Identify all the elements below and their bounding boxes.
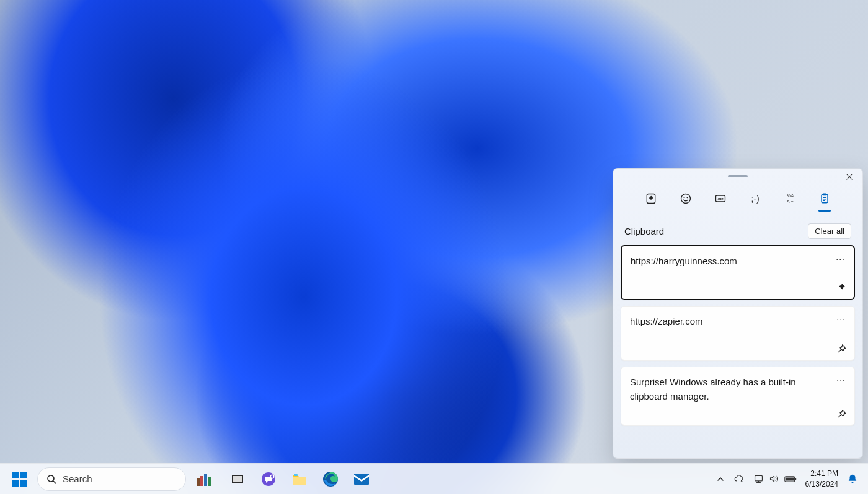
tab-recent[interactable] — [642, 190, 660, 207]
svg-rect-20 — [208, 477, 211, 486]
svg-point-2 — [684, 197, 685, 198]
svg-rect-10 — [822, 194, 828, 202]
taskbar: Search 2:4 — [0, 463, 868, 494]
pin-icon[interactable] — [836, 408, 848, 420]
widgets-button[interactable] — [191, 467, 219, 491]
svg-rect-17 — [197, 478, 200, 486]
clear-all-button[interactable]: Clear all — [808, 223, 851, 239]
svg-text:&: & — [791, 194, 794, 198]
search-box[interactable]: Search — [37, 467, 186, 491]
taskbar-app-mail[interactable] — [348, 466, 374, 492]
svg-line-16 — [53, 481, 56, 483]
more-icon[interactable]: ··· — [833, 251, 848, 267]
search-icon — [46, 474, 56, 484]
onedrive-icon[interactable] — [731, 467, 747, 491]
time-label: 2:41 PM — [810, 469, 838, 478]
task-view-button[interactable] — [224, 466, 250, 492]
pin-icon[interactable] — [836, 343, 848, 355]
more-icon[interactable]: ··· — [834, 312, 848, 328]
system-tray[interactable] — [750, 467, 800, 491]
taskbar-app-edge[interactable] — [317, 466, 343, 492]
drag-handle[interactable] — [728, 175, 748, 177]
pin-icon[interactable] — [835, 281, 848, 294]
emoji-clipboard-panel: GIF ;-) %&A+ Clipboard Clear all https:/… — [613, 168, 863, 459]
tab-emoji[interactable] — [677, 190, 694, 207]
taskbar-left: Search — [6, 466, 374, 492]
close-button[interactable] — [840, 170, 859, 184]
clipboard-item-text: https://zapier.com — [630, 316, 703, 326]
clipboard-item[interactable]: https://harryguinness.com ··· — [621, 245, 855, 300]
svg-point-1 — [681, 194, 691, 204]
taskbar-app-chat[interactable] — [255, 466, 281, 492]
taskbar-app-explorer[interactable] — [286, 466, 312, 492]
taskbar-right: 2:41 PM 6/13/2024 — [712, 467, 862, 491]
svg-rect-18 — [200, 476, 203, 486]
section-header: Clipboard Clear all — [613, 215, 862, 245]
svg-rect-34 — [795, 478, 796, 480]
svg-text:A: A — [787, 199, 790, 204]
svg-text:GIF: GIF — [717, 197, 724, 201]
tray-overflow-button[interactable] — [712, 467, 728, 491]
svg-rect-22 — [233, 476, 242, 482]
tab-kaomoji[interactable]: ;-) — [746, 190, 764, 207]
clipboard-item-text: https://harryguinness.com — [631, 256, 737, 266]
svg-text:+: + — [791, 199, 794, 204]
date-label: 6/13/2024 — [805, 479, 838, 489]
clipboard-item-text: Surprise! Windows already has a built-in… — [630, 377, 796, 402]
panel-titlebar — [613, 169, 862, 184]
notifications-button[interactable] — [843, 467, 862, 491]
search-placeholder: Search — [63, 474, 92, 484]
panel-title: Clipboard — [624, 226, 664, 236]
svg-point-3 — [687, 197, 688, 198]
clipboard-item[interactable]: Surprise! Windows already has a built-in… — [621, 367, 855, 426]
tab-gif[interactable]: GIF — [712, 190, 729, 207]
battery-icon — [784, 475, 797, 483]
svg-rect-33 — [786, 477, 794, 480]
svg-rect-19 — [204, 474, 207, 486]
network-icon — [753, 474, 764, 484]
volume-icon — [769, 474, 779, 484]
svg-rect-25 — [293, 477, 306, 485]
clipboard-item[interactable]: https://zapier.com ··· — [621, 306, 855, 361]
start-button[interactable] — [6, 466, 32, 492]
more-icon[interactable]: ··· — [834, 372, 848, 388]
svg-rect-29 — [755, 475, 762, 481]
clock-button[interactable]: 2:41 PM 6/13/2024 — [803, 469, 841, 488]
tab-clipboard[interactable] — [816, 190, 833, 207]
tab-symbols[interactable]: %&A+ — [781, 190, 799, 207]
svg-rect-28 — [354, 474, 369, 485]
windows-logo-icon — [12, 472, 27, 487]
panel-tabs: GIF ;-) %&A+ — [613, 184, 862, 215]
svg-text:%: % — [787, 194, 790, 198]
clipboard-items[interactable]: https://harryguinness.com ··· https://za… — [613, 245, 862, 458]
svg-rect-26 — [294, 474, 298, 476]
